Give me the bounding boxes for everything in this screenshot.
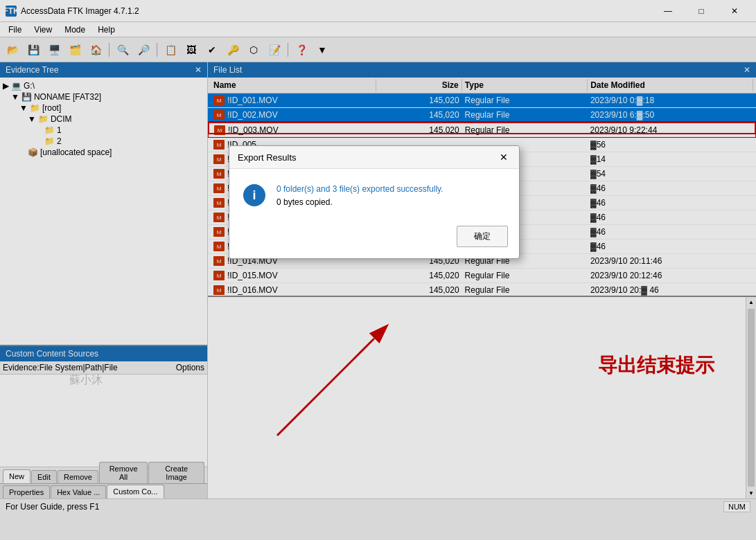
dialog-ok-button[interactable]: 确定: [457, 226, 508, 247]
dialog-footer: 确定: [229, 220, 519, 258]
dialog-message: 0 folder(s) and 3 file(s) exported succe…: [276, 183, 505, 209]
dialog-message-line1: 0 folder(s) and 3 file(s) exported succe…: [276, 183, 505, 196]
dialog-title: Export Results: [238, 152, 297, 163]
dialog-info-icon: i: [243, 184, 265, 206]
dialog-message-text-1: 0 folder(s) and 3 file(s) exported succe…: [276, 184, 443, 194]
dialog-overlay: Export Results ✕ i 0 folder(s) and 3 fil…: [0, 0, 756, 540]
dialog-close-button[interactable]: ✕: [497, 152, 511, 163]
dialog-body: i 0 folder(s) and 3 file(s) exported suc…: [229, 169, 519, 220]
dialog-title-bar: Export Results ✕: [229, 146, 519, 169]
dialog-message-line2: 0 bytes copied.: [276, 196, 505, 209]
export-results-dialog: Export Results ✕ i 0 folder(s) and 3 fil…: [229, 145, 520, 259]
